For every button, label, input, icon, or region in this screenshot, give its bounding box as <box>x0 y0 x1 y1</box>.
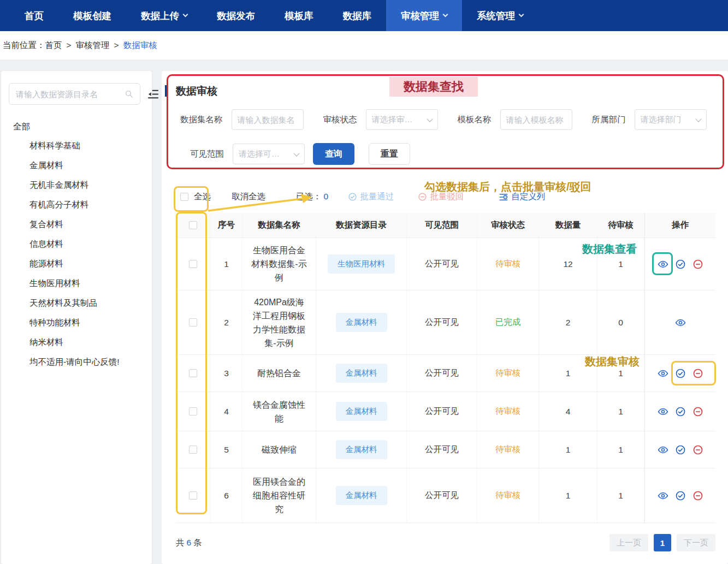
batch-reject-button[interactable]: 批量驳回 <box>418 191 464 203</box>
tree-item[interactable]: 纳米材料 <box>13 333 152 352</box>
nav-item[interactable]: 数据发布 <box>202 0 270 31</box>
row-index: 5 <box>211 431 242 468</box>
tree-item[interactable]: 材料科学基础 <box>13 136 152 156</box>
row-checkbox[interactable] <box>189 446 197 454</box>
header-checkbox[interactable] <box>189 221 197 229</box>
nav-item[interactable]: 系统管理 <box>462 0 538 31</box>
reject-button[interactable] <box>693 259 703 270</box>
view-button[interactable] <box>658 368 668 379</box>
page-1-button[interactable]: 1 <box>654 534 671 551</box>
visibility: 公开可见 <box>407 290 477 354</box>
nav-item[interactable]: 数据上传 <box>126 0 202 31</box>
tree-item[interactable]: 信息材料 <box>13 234 152 254</box>
tree-item[interactable]: 特种功能材料 <box>13 313 152 333</box>
approve-button[interactable] <box>675 406 686 417</box>
status-badge: 待审核 <box>495 258 521 270</box>
nav-item[interactable]: 模板库 <box>270 0 328 31</box>
nav-item[interactable]: 模板创建 <box>58 0 126 31</box>
breadcrumb-link[interactable]: 审核管理 <box>76 40 110 51</box>
pending-count: 0 <box>597 290 644 354</box>
row-checkbox[interactable] <box>189 491 197 500</box>
row-checkbox[interactable] <box>189 260 197 268</box>
view-button[interactable] <box>658 490 668 501</box>
operations-cell <box>644 392 715 431</box>
reject-button[interactable] <box>693 406 703 417</box>
filter-text-input[interactable] <box>500 109 572 130</box>
data-review-panel: 数据审核 数据集名称审核状态请选择审…模板名称所属部门请选择部门 可见范围请选择… <box>162 71 728 564</box>
custom-columns-button[interactable]: 自定义列 <box>499 191 545 203</box>
breadcrumb-link[interactable]: 首页 <box>45 40 62 51</box>
tree-item[interactable]: 均不适用-请向中心反馈! <box>13 352 152 372</box>
pagination: 上一页 1 下一页 <box>609 534 715 551</box>
check-circle-icon <box>348 192 357 201</box>
sidebar-search-input[interactable] <box>16 90 125 99</box>
total-suffix: 条 <box>193 538 202 547</box>
sidebar-search[interactable] <box>9 83 140 105</box>
select-placeholder: 请选择审… <box>372 115 413 125</box>
catalog-tag: 金属材料 <box>336 364 387 383</box>
tree-item[interactable]: 能源材料 <box>13 254 152 274</box>
deselect-all-button[interactable]: 取消全选 <box>232 191 265 203</box>
row-index: 4 <box>211 392 242 431</box>
nav-item[interactable]: 审核管理 <box>386 0 462 31</box>
breadcrumb-separator: > <box>114 40 119 50</box>
reject-button[interactable] <box>693 368 703 379</box>
tree-item[interactable]: 天然材料及其制品 <box>13 293 152 313</box>
data-quantity: 12 <box>539 238 597 290</box>
filter-input[interactable] <box>506 115 566 124</box>
approve-button[interactable] <box>675 490 686 501</box>
nav-item[interactable]: 首页 <box>10 0 58 31</box>
view-button[interactable] <box>675 317 686 328</box>
reject-button[interactable] <box>693 444 703 455</box>
search-button[interactable]: 查询 <box>313 143 354 165</box>
row-checkbox[interactable] <box>189 318 197 326</box>
tree-item[interactable]: 无机非金属材料 <box>13 175 152 195</box>
catalog-cell: 金属材料 <box>316 431 407 468</box>
select-all-label[interactable]: 全选 <box>194 191 211 203</box>
filter-select[interactable]: 请选择审… <box>366 109 438 130</box>
tree-item[interactable]: 有机高分子材料 <box>13 195 152 215</box>
approve-button[interactable] <box>675 259 686 270</box>
filter-select[interactable]: 请选择部门 <box>635 109 707 130</box>
total-prefix: 共 <box>176 538 185 547</box>
filter-label: 模板名称 <box>458 114 492 126</box>
column-header: 待审核 <box>597 213 644 238</box>
row-checkbox[interactable] <box>189 369 197 377</box>
view-button[interactable] <box>658 444 668 455</box>
batch-approve-button[interactable]: 批量通过 <box>348 191 394 203</box>
nav-item-label: 首页 <box>25 9 44 22</box>
dataset-name: 耐热铝合金 <box>242 355 316 391</box>
filter-text-input[interactable] <box>232 109 304 130</box>
pending-count: 1 <box>597 468 644 523</box>
view-button[interactable] <box>658 259 668 270</box>
reject-button[interactable] <box>693 490 703 501</box>
nav-item-label: 审核管理 <box>401 9 439 22</box>
row-index: 2 <box>211 290 242 354</box>
status-badge: 待审核 <box>495 367 521 379</box>
filter-group: 审核状态请选择审… <box>323 109 438 130</box>
status-cell: 待审核 <box>477 392 539 431</box>
chevron-down-icon <box>183 12 188 17</box>
filter-select[interactable]: 请选择可… <box>233 144 305 164</box>
collapse-tree-icon[interactable] <box>147 88 159 100</box>
catalog-cell: 金属材料 <box>316 468 407 523</box>
select-all-checkbox[interactable] <box>180 193 188 201</box>
row-checkbox-cell <box>176 468 211 523</box>
operations-cell <box>644 431 715 468</box>
next-page-button[interactable]: 下一页 <box>677 534 715 551</box>
reset-button[interactable]: 重置 <box>369 143 410 165</box>
operations <box>658 444 703 455</box>
tree-item[interactable]: 复合材料 <box>13 215 152 234</box>
chevron-down-icon <box>695 116 701 122</box>
breadcrumb-link[interactable]: 数据审核 <box>123 40 157 51</box>
tree-item[interactable]: 金属材料 <box>13 156 152 175</box>
tree-item-root[interactable]: 全部 <box>13 118 152 136</box>
approve-button[interactable] <box>675 368 686 379</box>
tree-item[interactable]: 生物医用材料 <box>13 274 152 293</box>
nav-item[interactable]: 数据库 <box>328 0 387 31</box>
prev-page-button[interactable]: 上一页 <box>609 534 648 551</box>
approve-button[interactable] <box>675 444 686 455</box>
row-checkbox[interactable] <box>189 407 197 415</box>
view-button[interactable] <box>658 406 668 417</box>
filter-input[interactable] <box>238 115 298 124</box>
